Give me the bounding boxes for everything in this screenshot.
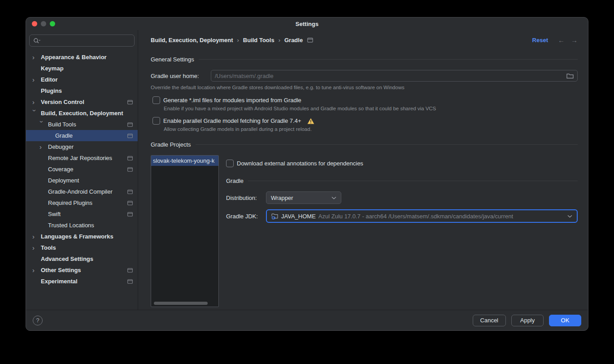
chevron-icon[interactable]: › xyxy=(39,143,48,150)
chevron-icon[interactable]: › xyxy=(32,76,41,83)
minimize-button[interactable] xyxy=(41,21,46,26)
folder-browse-icon[interactable] xyxy=(566,73,574,79)
chevron-icon[interactable]: › xyxy=(32,267,41,273)
parallel-fetch-label: Enable parallel Gradle model fetching fo… xyxy=(163,117,301,124)
section-title: Gradle Projects xyxy=(151,141,191,148)
general-settings-section: General Settings xyxy=(151,56,578,63)
per-project-settings-icon xyxy=(127,134,133,138)
generate-iml-checkbox[interactable] xyxy=(152,96,160,104)
breadcrumb-item[interactable]: Build Tools xyxy=(243,37,274,43)
title-bar: Settings xyxy=(26,17,588,30)
apply-button[interactable]: Apply xyxy=(511,315,544,326)
download-annotations-label: Download external annotations for depend… xyxy=(237,160,363,167)
parallel-fetch-checkbox[interactable] xyxy=(152,117,160,125)
gradle-user-home-input[interactable]: /Users/matsem/.gradle xyxy=(211,70,578,82)
sidebar-item-gradle[interactable]: Gradle xyxy=(26,130,138,141)
chevron-icon[interactable]: › xyxy=(32,233,41,240)
warning-icon xyxy=(307,118,314,124)
zoom-button[interactable] xyxy=(50,21,55,26)
per-project-settings-icon xyxy=(127,190,133,194)
search-input[interactable] xyxy=(29,35,135,47)
sidebar-item-other-settings[interactable]: › Other Settings xyxy=(26,264,138,276)
sidebar-item-advanced-settings[interactable]: Advanced Settings xyxy=(26,253,138,264)
per-project-settings-icon xyxy=(127,156,133,160)
sidebar-item-remote-jar-repositories[interactable]: Remote Jar Repositories xyxy=(26,152,138,164)
per-project-settings-icon xyxy=(127,100,133,104)
sidebar-item-required-plugins[interactable]: Required Plugins xyxy=(26,197,138,208)
sidebar-item-experimental[interactable]: Experimental xyxy=(26,276,138,287)
sidebar-item-label: Remote Jar Repositories xyxy=(48,155,112,161)
breadcrumb-separator: › xyxy=(237,37,239,43)
sidebar-item-appearance-behavior[interactable]: › Appearance & Behavior xyxy=(26,52,138,63)
distribution-row: Distribution: Wrapper xyxy=(226,191,578,204)
per-project-settings-icon xyxy=(307,38,313,43)
chevron-icon[interactable]: › xyxy=(32,244,41,251)
sidebar-item-tools[interactable]: › Tools xyxy=(26,242,138,253)
parallel-fetch-checkbox-row: Enable parallel Gradle model fetching fo… xyxy=(152,117,578,125)
download-annotations-checkbox[interactable] xyxy=(226,160,234,167)
gradle-jdk-dropdown[interactable]: JAVA_HOME Azul Zulu 17.0.7 - aarch64 /Us… xyxy=(266,209,578,223)
generate-iml-label: Generate *.iml files for modules importe… xyxy=(163,97,301,104)
breadcrumb-item[interactable]: Gradle xyxy=(284,37,303,43)
sidebar-item-languages-frameworks[interactable]: › Languages & Frameworks xyxy=(26,231,138,242)
sidebar-item-version-control[interactable]: › Version Control xyxy=(26,96,138,108)
breadcrumb-separator: › xyxy=(279,37,280,43)
jdk-detail: Azul Zulu 17.0.7 - aarch64 /Users/matsem… xyxy=(318,213,565,220)
cancel-button[interactable]: Cancel xyxy=(473,315,506,326)
ok-button[interactable]: OK xyxy=(549,315,581,326)
gradle-jdk-label: Gradle JDK: xyxy=(226,213,266,220)
per-project-settings-icon xyxy=(127,201,133,205)
sidebar-item-label: Version Control xyxy=(41,99,84,105)
chevron-icon[interactable]: › xyxy=(39,121,45,129)
gradle-projects-list[interactable]: slovak-telekom-young-k xyxy=(151,155,219,307)
forward-arrow-icon[interactable]: → xyxy=(571,36,578,44)
sidebar-item-keymap[interactable]: Keymap xyxy=(26,63,138,74)
sidebar-item-build-tools[interactable]: › Build Tools xyxy=(26,119,138,130)
chevron-icon[interactable]: › xyxy=(32,99,41,105)
generate-iml-help: Enable if you have a mixed project with … xyxy=(164,106,578,111)
back-arrow-icon[interactable]: ← xyxy=(558,36,565,44)
jdk-name: JAVA_HOME xyxy=(281,213,316,220)
gradle-subsection: Gradle xyxy=(226,178,578,184)
parallel-fetch-help: Allow collecting Gradle models in parall… xyxy=(164,126,578,132)
per-project-settings-icon xyxy=(127,268,133,273)
sidebar-item-editor[interactable]: › Editor xyxy=(26,74,138,85)
gradle-projects-section: Gradle Projects xyxy=(151,141,578,148)
sidebar-item-label: Build Tools xyxy=(48,121,76,128)
sidebar-item-label: Other Settings xyxy=(41,267,81,273)
sidebar-item-coverage[interactable]: Coverage xyxy=(26,164,138,175)
project-settings-column: Download external annotations for depend… xyxy=(226,155,578,307)
sidebar-item-build-execution-deployment[interactable]: › Build, Execution, Deployment xyxy=(26,108,138,119)
gradle-user-home-help: Override the default location where Grad… xyxy=(151,85,578,90)
sidebar-item-label: Swift xyxy=(48,211,61,217)
chevron-icon[interactable]: › xyxy=(31,109,38,118)
distribution-dropdown[interactable]: Wrapper xyxy=(266,191,341,204)
sidebar-item-label: Appearance & Behavior xyxy=(41,54,107,61)
sidebar-item-plugins[interactable]: Plugins xyxy=(26,85,138,96)
per-project-settings-icon xyxy=(127,212,133,217)
section-title: General Settings xyxy=(151,56,194,63)
gradle-user-home-placeholder: /Users/matsem/.gradle xyxy=(215,73,566,79)
sidebar-item-deployment[interactable]: Deployment xyxy=(26,175,138,186)
section-title: Gradle xyxy=(226,178,244,184)
window-title: Settings xyxy=(296,21,318,27)
close-button[interactable] xyxy=(32,21,37,26)
horizontal-scrollbar[interactable] xyxy=(154,302,208,305)
help-button[interactable]: ? xyxy=(33,316,43,325)
chevron-icon[interactable]: › xyxy=(32,54,41,61)
sidebar-item-label: Build, Execution, Deployment xyxy=(41,110,123,117)
gradle-user-home-label: Gradle user home: xyxy=(151,73,211,79)
reset-link[interactable]: Reset xyxy=(532,37,548,43)
sidebar-item-label: Advanced Settings xyxy=(41,256,93,262)
gradle-settings-pane: Build, Execution, Deployment›Build Tools… xyxy=(138,30,588,310)
breadcrumb: Build, Execution, Deployment›Build Tools… xyxy=(151,35,578,44)
sidebar-item-swift[interactable]: Swift xyxy=(26,208,138,220)
sidebar-item-debugger[interactable]: › Debugger xyxy=(26,141,138,152)
sidebar-item-gradle-android-compiler[interactable]: Gradle-Android Compiler xyxy=(26,186,138,197)
breadcrumb-item[interactable]: Build, Execution, Deployment xyxy=(151,37,233,43)
sidebar-item-label: Editor xyxy=(41,76,58,83)
search-field[interactable] xyxy=(43,37,131,44)
sidebar-item-trusted-locations[interactable]: Trusted Locations xyxy=(26,220,138,231)
settings-sidebar: › Appearance & Behavior Keymap › Editor … xyxy=(26,30,138,310)
gradle-project-item[interactable]: slovak-telekom-young-k xyxy=(151,156,218,166)
